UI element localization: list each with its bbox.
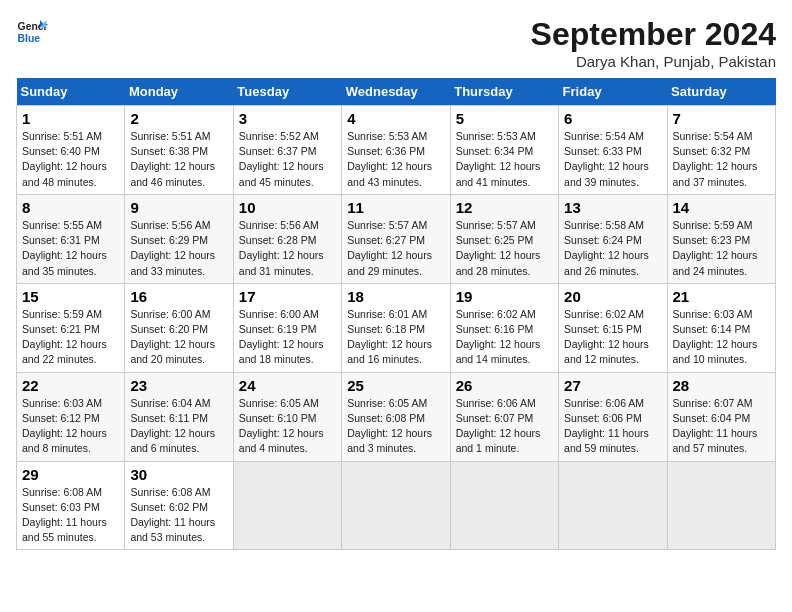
day-number: 7 bbox=[673, 110, 770, 127]
day-number: 19 bbox=[456, 288, 553, 305]
table-row: 15 Sunrise: 5:59 AMSunset: 6:21 PMDaylig… bbox=[17, 283, 125, 372]
day-number: 22 bbox=[22, 377, 119, 394]
location-title: Darya Khan, Punjab, Pakistan bbox=[531, 53, 776, 70]
table-row: 19 Sunrise: 6:02 AMSunset: 6:16 PMDaylig… bbox=[450, 283, 558, 372]
col-wednesday: Wednesday bbox=[342, 78, 450, 106]
table-row bbox=[450, 461, 558, 550]
day-info: Sunrise: 6:02 AMSunset: 6:15 PMDaylight:… bbox=[564, 307, 661, 368]
day-info: Sunrise: 5:58 AMSunset: 6:24 PMDaylight:… bbox=[564, 218, 661, 279]
table-row: 4 Sunrise: 5:53 AMSunset: 6:36 PMDayligh… bbox=[342, 106, 450, 195]
day-info: Sunrise: 6:05 AMSunset: 6:10 PMDaylight:… bbox=[239, 396, 336, 457]
day-number: 11 bbox=[347, 199, 444, 216]
day-info: Sunrise: 6:07 AMSunset: 6:04 PMDaylight:… bbox=[673, 396, 770, 457]
table-row bbox=[559, 461, 667, 550]
day-info: Sunrise: 5:59 AMSunset: 6:21 PMDaylight:… bbox=[22, 307, 119, 368]
day-info: Sunrise: 6:06 AMSunset: 6:07 PMDaylight:… bbox=[456, 396, 553, 457]
day-number: 8 bbox=[22, 199, 119, 216]
table-row: 8 Sunrise: 5:55 AMSunset: 6:31 PMDayligh… bbox=[17, 194, 125, 283]
calendar-table: Sunday Monday Tuesday Wednesday Thursday… bbox=[16, 78, 776, 550]
month-title: September 2024 bbox=[531, 16, 776, 53]
table-row: 25 Sunrise: 6:05 AMSunset: 6:08 PMDaylig… bbox=[342, 372, 450, 461]
table-row: 21 Sunrise: 6:03 AMSunset: 6:14 PMDaylig… bbox=[667, 283, 775, 372]
table-row: 28 Sunrise: 6:07 AMSunset: 6:04 PMDaylig… bbox=[667, 372, 775, 461]
day-number: 12 bbox=[456, 199, 553, 216]
day-info: Sunrise: 5:51 AMSunset: 6:40 PMDaylight:… bbox=[22, 129, 119, 190]
day-number: 10 bbox=[239, 199, 336, 216]
day-info: Sunrise: 6:00 AMSunset: 6:19 PMDaylight:… bbox=[239, 307, 336, 368]
table-row bbox=[667, 461, 775, 550]
day-info: Sunrise: 5:54 AMSunset: 6:32 PMDaylight:… bbox=[673, 129, 770, 190]
day-number: 4 bbox=[347, 110, 444, 127]
day-number: 26 bbox=[456, 377, 553, 394]
logo: General Blue bbox=[16, 16, 48, 48]
day-info: Sunrise: 6:08 AMSunset: 6:03 PMDaylight:… bbox=[22, 485, 119, 546]
table-row: 14 Sunrise: 5:59 AMSunset: 6:23 PMDaylig… bbox=[667, 194, 775, 283]
table-row: 10 Sunrise: 5:56 AMSunset: 6:28 PMDaylig… bbox=[233, 194, 341, 283]
col-sunday: Sunday bbox=[17, 78, 125, 106]
day-info: Sunrise: 5:54 AMSunset: 6:33 PMDaylight:… bbox=[564, 129, 661, 190]
day-info: Sunrise: 6:06 AMSunset: 6:06 PMDaylight:… bbox=[564, 396, 661, 457]
day-number: 15 bbox=[22, 288, 119, 305]
day-number: 14 bbox=[673, 199, 770, 216]
table-row: 12 Sunrise: 5:57 AMSunset: 6:25 PMDaylig… bbox=[450, 194, 558, 283]
table-row: 23 Sunrise: 6:04 AMSunset: 6:11 PMDaylig… bbox=[125, 372, 233, 461]
day-info: Sunrise: 5:56 AMSunset: 6:29 PMDaylight:… bbox=[130, 218, 227, 279]
day-info: Sunrise: 5:59 AMSunset: 6:23 PMDaylight:… bbox=[673, 218, 770, 279]
day-info: Sunrise: 5:51 AMSunset: 6:38 PMDaylight:… bbox=[130, 129, 227, 190]
svg-text:Blue: Blue bbox=[18, 33, 41, 44]
logo-icon: General Blue bbox=[16, 16, 48, 48]
day-info: Sunrise: 5:56 AMSunset: 6:28 PMDaylight:… bbox=[239, 218, 336, 279]
table-row: 3 Sunrise: 5:52 AMSunset: 6:37 PMDayligh… bbox=[233, 106, 341, 195]
col-friday: Friday bbox=[559, 78, 667, 106]
table-row: 18 Sunrise: 6:01 AMSunset: 6:18 PMDaylig… bbox=[342, 283, 450, 372]
table-row bbox=[233, 461, 341, 550]
table-row: 9 Sunrise: 5:56 AMSunset: 6:29 PMDayligh… bbox=[125, 194, 233, 283]
day-number: 5 bbox=[456, 110, 553, 127]
day-number: 23 bbox=[130, 377, 227, 394]
day-number: 9 bbox=[130, 199, 227, 216]
day-number: 6 bbox=[564, 110, 661, 127]
day-number: 25 bbox=[347, 377, 444, 394]
table-row: 11 Sunrise: 5:57 AMSunset: 6:27 PMDaylig… bbox=[342, 194, 450, 283]
day-number: 16 bbox=[130, 288, 227, 305]
table-row: 27 Sunrise: 6:06 AMSunset: 6:06 PMDaylig… bbox=[559, 372, 667, 461]
day-number: 29 bbox=[22, 466, 119, 483]
day-number: 28 bbox=[673, 377, 770, 394]
table-row: 16 Sunrise: 6:00 AMSunset: 6:20 PMDaylig… bbox=[125, 283, 233, 372]
page-header: General Blue September 2024 Darya Khan, … bbox=[16, 16, 776, 70]
table-row: 22 Sunrise: 6:03 AMSunset: 6:12 PMDaylig… bbox=[17, 372, 125, 461]
day-number: 17 bbox=[239, 288, 336, 305]
day-number: 3 bbox=[239, 110, 336, 127]
col-saturday: Saturday bbox=[667, 78, 775, 106]
day-info: Sunrise: 5:52 AMSunset: 6:37 PMDaylight:… bbox=[239, 129, 336, 190]
table-row: 1 Sunrise: 5:51 AMSunset: 6:40 PMDayligh… bbox=[17, 106, 125, 195]
day-info: Sunrise: 6:00 AMSunset: 6:20 PMDaylight:… bbox=[130, 307, 227, 368]
day-info: Sunrise: 6:04 AMSunset: 6:11 PMDaylight:… bbox=[130, 396, 227, 457]
day-info: Sunrise: 6:03 AMSunset: 6:14 PMDaylight:… bbox=[673, 307, 770, 368]
table-row: 13 Sunrise: 5:58 AMSunset: 6:24 PMDaylig… bbox=[559, 194, 667, 283]
table-row: 26 Sunrise: 6:06 AMSunset: 6:07 PMDaylig… bbox=[450, 372, 558, 461]
day-info: Sunrise: 6:05 AMSunset: 6:08 PMDaylight:… bbox=[347, 396, 444, 457]
day-info: Sunrise: 6:08 AMSunset: 6:02 PMDaylight:… bbox=[130, 485, 227, 546]
day-number: 30 bbox=[130, 466, 227, 483]
col-monday: Monday bbox=[125, 78, 233, 106]
day-number: 18 bbox=[347, 288, 444, 305]
col-tuesday: Tuesday bbox=[233, 78, 341, 106]
day-info: Sunrise: 6:02 AMSunset: 6:16 PMDaylight:… bbox=[456, 307, 553, 368]
day-info: Sunrise: 5:53 AMSunset: 6:36 PMDaylight:… bbox=[347, 129, 444, 190]
table-row: 7 Sunrise: 5:54 AMSunset: 6:32 PMDayligh… bbox=[667, 106, 775, 195]
day-number: 24 bbox=[239, 377, 336, 394]
table-row: 30 Sunrise: 6:08 AMSunset: 6:02 PMDaylig… bbox=[125, 461, 233, 550]
day-number: 21 bbox=[673, 288, 770, 305]
table-row bbox=[342, 461, 450, 550]
day-number: 1 bbox=[22, 110, 119, 127]
day-info: Sunrise: 5:53 AMSunset: 6:34 PMDaylight:… bbox=[456, 129, 553, 190]
title-area: September 2024 Darya Khan, Punjab, Pakis… bbox=[531, 16, 776, 70]
day-number: 2 bbox=[130, 110, 227, 127]
table-row: 29 Sunrise: 6:08 AMSunset: 6:03 PMDaylig… bbox=[17, 461, 125, 550]
table-row: 2 Sunrise: 5:51 AMSunset: 6:38 PMDayligh… bbox=[125, 106, 233, 195]
day-number: 13 bbox=[564, 199, 661, 216]
table-row: 20 Sunrise: 6:02 AMSunset: 6:15 PMDaylig… bbox=[559, 283, 667, 372]
table-row: 24 Sunrise: 6:05 AMSunset: 6:10 PMDaylig… bbox=[233, 372, 341, 461]
table-row: 17 Sunrise: 6:00 AMSunset: 6:19 PMDaylig… bbox=[233, 283, 341, 372]
